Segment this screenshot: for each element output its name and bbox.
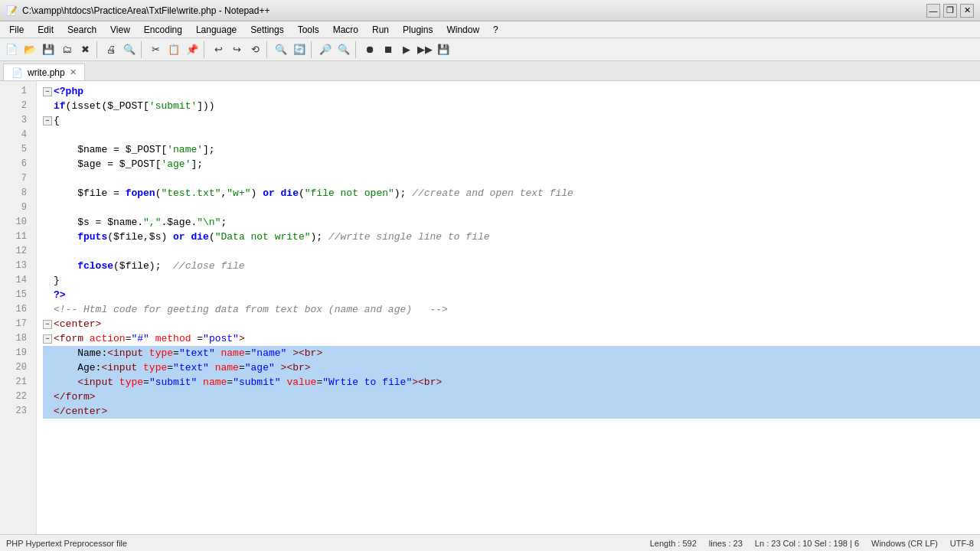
code-content: <form action="#" method ="post"> — [54, 331, 245, 346]
line-number: 15 — [13, 288, 30, 302]
code-content: </form> — [54, 390, 96, 404]
line-number: 4 — [18, 128, 30, 142]
line-number: 6 — [18, 157, 30, 171]
menu-edit[interactable]: Edit — [31, 23, 60, 37]
code-content: } — [54, 273, 60, 288]
menu-encoding[interactable]: Encoding — [138, 23, 188, 37]
menu-plugins[interactable]: Plugins — [397, 23, 439, 37]
code-line: if(isset($_POST['submit'])) — [43, 99, 980, 113]
code-content: Name:<input type="text" name="name" ><br… — [77, 346, 322, 360]
code-line: <!-- Html code for geeting data from tex… — [43, 302, 980, 317]
line-number: 10 — [13, 215, 30, 230]
menu-language[interactable]: Language — [190, 23, 243, 37]
close-button[interactable]: ✕ — [960, 4, 974, 18]
code-line: $file = fopen("test.txt","w+") or die("f… — [43, 186, 980, 201]
statusbar-position: Ln : 23 Col : 10 Sel : 198 | 6 — [755, 539, 859, 548]
code-area[interactable]: −<?phpif(isset($_POST['submit']))−{ $nam… — [37, 81, 980, 534]
code-line: −{ — [43, 113, 980, 128]
line-number: 9 — [18, 201, 30, 215]
menu-view[interactable]: View — [104, 23, 136, 37]
toolbar-copy[interactable]: 📋 — [165, 41, 182, 58]
code-line: fputs($file,$s) or die("Data not write")… — [43, 230, 980, 244]
toolbar-print[interactable]: 🖨 — [103, 41, 119, 58]
code-line: −<form action="#" method ="post"> — [43, 331, 980, 346]
code-line: } — [43, 273, 980, 288]
titlebar-controls[interactable]: — ❐ ✕ — [926, 4, 974, 18]
indent — [54, 186, 77, 201]
toolbar-save[interactable]: 💾 — [40, 41, 57, 58]
toolbar-find[interactable]: 🔍 — [273, 41, 289, 58]
code-content: </center> — [54, 404, 107, 419]
code-content: fputs($file,$s) or die("Data not write")… — [77, 230, 489, 244]
fold-icon[interactable]: − — [43, 334, 52, 344]
code-line — [43, 128, 980, 142]
statusbar-length: Length : 592 — [650, 539, 697, 548]
code-content: { — [54, 113, 60, 128]
tab-close-button[interactable]: ✕ — [70, 67, 77, 77]
menu-macro[interactable]: Macro — [327, 23, 364, 37]
code-content: $s = $name.",".$age."\n"; — [77, 215, 227, 230]
code-content: <!-- Html code for geeting data from tex… — [54, 302, 448, 317]
toolbar-cut[interactable]: ✂ — [147, 41, 164, 58]
titlebar: 📝 C:\xampp\htdocs\PracticeArea\TxtFile\w… — [0, 0, 980, 21]
toolbar-macro-play[interactable]: ▶ — [398, 41, 415, 58]
toolbar-undo[interactable]: ↩ — [210, 41, 227, 58]
fold-icon[interactable]: − — [43, 116, 52, 126]
line-number: 21 — [13, 375, 30, 390]
statusbar-encoding: UTF-8 — [950, 539, 974, 548]
maximize-button[interactable]: ❐ — [943, 4, 957, 18]
toolbar-macro-save[interactable]: 💾 — [435, 41, 452, 58]
line-number: 13 — [13, 259, 30, 273]
toolbar-sep1 — [96, 41, 100, 58]
code-content: $age = $_POST['age']; — [77, 157, 203, 171]
toolbar-new[interactable]: 📄 — [3, 41, 20, 58]
line-number: 7 — [18, 171, 30, 186]
code-line — [43, 201, 980, 215]
menu-window[interactable]: Window — [440, 23, 485, 37]
code-line: ?> — [43, 288, 980, 302]
toolbar-macro-stop[interactable]: ⏹ — [380, 41, 397, 58]
code-content: fclose($file); //close file — [77, 259, 244, 273]
toolbar-save-all[interactable]: 🗂 — [58, 41, 75, 58]
toolbar-paste[interactable]: 📌 — [184, 41, 201, 58]
menu-run[interactable]: Run — [366, 23, 395, 37]
menu-search[interactable]: Search — [61, 23, 103, 37]
code-line — [43, 244, 980, 259]
toolbar-zoom-out[interactable]: 🔍 — [335, 41, 352, 58]
toolbar-macro-run[interactable]: ▶▶ — [416, 41, 433, 58]
toolbar-replace[interactable]: 🔄 — [291, 41, 308, 58]
code-content: <?php — [54, 84, 83, 99]
toolbar-close[interactable]: ✖ — [77, 41, 93, 58]
menu-settings[interactable]: Settings — [244, 23, 289, 37]
titlebar-title: C:\xampp\htdocs\PracticeArea\TxtFile\wri… — [22, 5, 270, 16]
line-number: 12 — [13, 244, 30, 259]
line-number: 20 — [13, 360, 30, 375]
line-number: 8 — [18, 186, 30, 201]
code-line: −<?php — [43, 84, 980, 99]
fold-icon[interactable]: − — [43, 320, 52, 329]
tab-icon: 📄 — [11, 67, 23, 78]
minimize-button[interactable]: — — [926, 4, 940, 18]
app-icon: 📝 — [6, 5, 18, 16]
toolbar-open[interactable]: 📂 — [21, 41, 38, 58]
toolbar-undo2[interactable]: ⟲ — [247, 41, 263, 58]
indent — [54, 244, 77, 259]
code-line: </center> — [43, 404, 980, 419]
code-content: ?> — [54, 288, 66, 302]
indent — [54, 230, 77, 244]
line-number: 5 — [18, 142, 30, 157]
line-number: 23 — [13, 404, 30, 419]
code-content: if(isset($_POST['submit'])) — [54, 99, 215, 113]
menu-file[interactable]: File — [3, 23, 30, 37]
fold-icon[interactable]: − — [43, 87, 52, 96]
toolbar-macro-rec[interactable]: ⏺ — [361, 41, 378, 58]
toolbar-redo[interactable]: ↪ — [228, 41, 245, 58]
toolbar-print-prev[interactable]: 🔍 — [121, 41, 138, 58]
toolbar-zoom-in[interactable]: 🔎 — [317, 41, 334, 58]
indent — [54, 201, 77, 215]
menu-tools[interactable]: Tools — [292, 23, 325, 37]
code-line — [43, 171, 980, 186]
tab-write-php[interactable]: 📄 write.php ✕ — [3, 64, 85, 80]
indent — [54, 375, 77, 390]
menu-help[interactable]: ? — [487, 23, 505, 37]
